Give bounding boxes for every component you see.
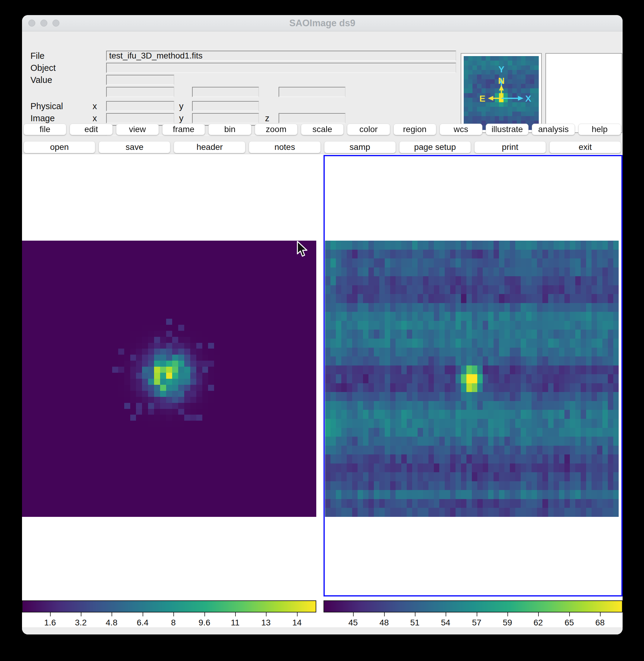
display-area: 1.63.24.86.489.6111314 45485154575962656… <box>22 154 623 627</box>
image-x-field[interactable] <box>106 113 174 123</box>
compass-y-label: Y <box>498 64 504 74</box>
colorbar-tick-label: 51 <box>410 618 419 628</box>
colorbar-frame2-ticks <box>323 612 623 617</box>
menu-edit[interactable]: edit <box>70 123 112 135</box>
colorbar-tick-label: 3.2 <box>75 618 87 628</box>
magnifier-panel: Y N X E <box>461 53 542 133</box>
compass-x-label: X <box>525 93 531 104</box>
window-title: SAOImage ds9 <box>22 15 623 31</box>
window-footer <box>22 627 623 635</box>
menu-region[interactable]: region <box>393 123 436 135</box>
colorbar-frame1[interactable] <box>22 600 316 612</box>
colorbar-tick <box>384 612 385 616</box>
wcs-system-field[interactable] <box>279 87 346 97</box>
compass-n-label: N <box>498 76 505 86</box>
menu-print[interactable]: print <box>474 141 546 153</box>
colorbar-tick-label: 11 <box>231 618 239 628</box>
colorbar-tick-label: 45 <box>348 618 358 628</box>
colorbar-tick <box>174 612 174 616</box>
secondary-menubar: opensaveheadernotessamppage setupprintex… <box>23 141 622 153</box>
menu-zoom[interactable]: zoom <box>255 123 298 135</box>
compass-icon: Y N X E <box>461 54 543 134</box>
colorbar-tick <box>507 612 508 616</box>
colorbar-tick <box>235 612 236 616</box>
colorbar-tick-label: 57 <box>472 618 481 628</box>
menu-color[interactable]: color <box>347 123 390 135</box>
menu-bin[interactable]: bin <box>208 123 251 135</box>
colorbar-tick-label: 48 <box>379 618 389 628</box>
menu-open[interactable]: open <box>24 141 95 153</box>
colorbar-tick <box>353 612 354 616</box>
menu-analysis[interactable]: analysis <box>532 123 575 135</box>
wcs-alpha-field[interactable] <box>106 87 174 97</box>
menu-page-setup[interactable]: page setup <box>399 141 471 153</box>
colorbar-tick-label: 62 <box>533 618 543 628</box>
compass-e-label: E <box>479 93 485 104</box>
colorbar-frame1-gradient <box>23 601 316 612</box>
image-y-label: y <box>179 113 184 123</box>
physical-y-field[interactable] <box>192 101 259 111</box>
image-label: Image <box>30 113 55 123</box>
colorbar-tick-label: 9.6 <box>199 618 210 628</box>
colorbar-tick-label: 14 <box>292 618 301 628</box>
menu-scale[interactable]: scale <box>301 123 344 135</box>
colorbar-tick-label: 59 <box>503 618 512 628</box>
colorbar-tick <box>297 612 298 616</box>
colorbar-tick <box>266 612 267 616</box>
physical-y-label: y <box>179 101 184 111</box>
image-y-field[interactable] <box>192 113 259 123</box>
colorbar-tick-label: 8 <box>171 618 176 628</box>
wcs-delta-field[interactable] <box>192 87 259 97</box>
colorbar-tick-label: 13 <box>261 618 271 628</box>
colorbar-frame2[interactable] <box>323 600 623 612</box>
menu-wcs[interactable]: wcs <box>440 123 482 135</box>
menu-illustrate[interactable]: illustrate <box>486 123 529 135</box>
colorbar-tick <box>112 612 112 616</box>
colorbar-tick <box>477 612 477 616</box>
colorbar-frame2-gradient <box>324 601 622 612</box>
image-z-label: z <box>265 113 270 123</box>
colorbar-tick-label: 4.8 <box>106 618 118 628</box>
colorbar-tick <box>415 612 415 616</box>
file-field[interactable]: test_ifu_3D_method1.fits <box>106 51 456 61</box>
colorbar-tick <box>50 612 51 616</box>
menu-samp[interactable]: samp <box>324 141 396 153</box>
primary-menubar: fileeditviewframebinzoomscalecolorregion… <box>23 123 622 135</box>
physical-x-label: x <box>93 101 97 111</box>
frame-2-image[interactable] <box>325 241 619 517</box>
titlebar: SAOImage ds9 <box>22 15 623 31</box>
colorbar-tick <box>81 612 82 616</box>
physical-label: Physical <box>30 101 63 111</box>
colorbar-tick <box>445 612 446 616</box>
object-label: Object <box>30 63 56 73</box>
colorbar-tick <box>538 612 539 616</box>
colorbar-tick <box>600 612 601 616</box>
value-field[interactable] <box>106 75 174 85</box>
colorbar-tick-label: 54 <box>441 618 450 628</box>
image-z-field[interactable] <box>279 113 346 123</box>
info-panel: File Object Value Physical Image Frame 2… <box>22 31 623 123</box>
value-label: Value <box>30 75 52 85</box>
menu-help[interactable]: help <box>578 123 621 135</box>
colorbar-tick-label: 6.4 <box>137 618 148 628</box>
colorbar-tick-label: 1.6 <box>44 618 56 628</box>
menu-exit[interactable]: exit <box>549 141 621 153</box>
image-x-label: x <box>93 113 97 123</box>
menu-frame[interactable]: frame <box>162 123 205 135</box>
menu-view[interactable]: view <box>116 123 159 135</box>
object-field[interactable] <box>106 63 456 73</box>
menu-header[interactable]: header <box>174 141 246 153</box>
panner-panel <box>546 53 622 133</box>
colorbar-tick-label: 65 <box>565 618 574 628</box>
colorbar-tick <box>143 612 143 616</box>
physical-x-field[interactable] <box>106 101 174 111</box>
menu-save[interactable]: save <box>98 141 170 153</box>
frame-1-image[interactable] <box>22 241 316 517</box>
colorbar-tick <box>204 612 205 616</box>
ds9-window: SAOImage ds9 File Object Value Physical … <box>22 15 623 635</box>
file-label: File <box>30 51 45 61</box>
colorbar-tick <box>569 612 570 616</box>
menu-notes[interactable]: notes <box>249 141 321 153</box>
menu-file[interactable]: file <box>24 123 66 135</box>
colorbar-frame1-ticks <box>22 612 316 617</box>
